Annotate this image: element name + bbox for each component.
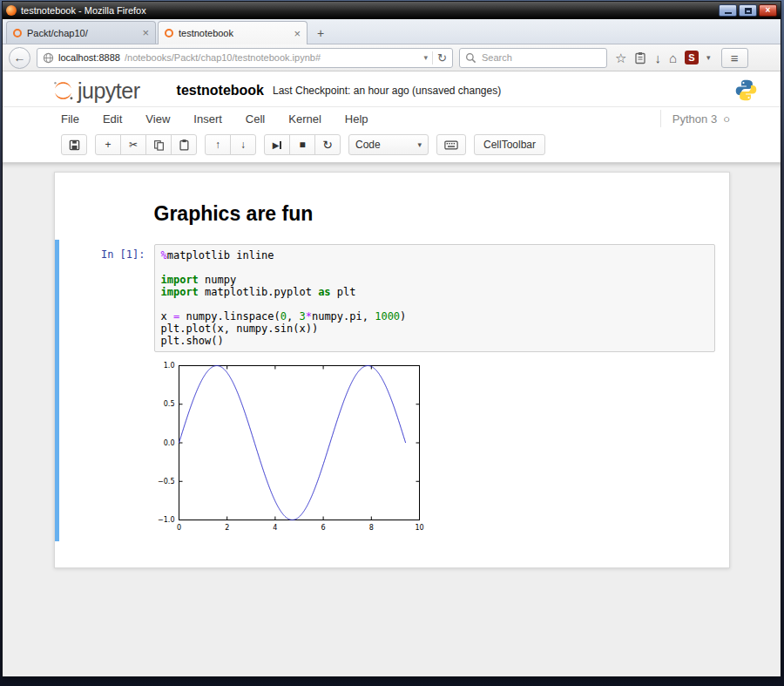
svg-text:−1.0: −1.0	[158, 516, 174, 524]
globe-icon	[43, 52, 54, 64]
home-icon[interactable]: ⌂	[669, 51, 677, 65]
code-editor[interactable]: %matplotlib inline import numpyimport ma…	[154, 244, 715, 352]
output-area: 02468101.00.50.0−0.5−1.0	[154, 360, 715, 536]
url-path: /notebooks/Packt/chap10/testnotebook.ipy…	[125, 52, 420, 63]
firefox-window: testnotebook - Mozilla Firefox × Packt/c…	[3, 2, 781, 676]
tab-close-icon[interactable]: ×	[294, 28, 301, 39]
tab-close-icon[interactable]: ×	[142, 27, 149, 38]
interrupt-kernel-button[interactable]: ■	[289, 134, 315, 155]
hamburger-menu-button[interactable]: ≡	[721, 48, 748, 68]
stop-icon: ■	[299, 139, 305, 151]
jupyter-logo-text: jupyter	[78, 80, 140, 102]
cut-cell-button[interactable]: ✂	[120, 134, 146, 155]
notebook-title[interactable]: testnotebook	[177, 83, 264, 98]
minimize-icon	[725, 12, 732, 14]
keyboard-icon	[444, 140, 458, 150]
menu-cell[interactable]: Cell	[246, 112, 265, 126]
svg-text:10: 10	[415, 524, 423, 532]
window-title: testnotebook - Mozilla Firefox	[21, 5, 146, 16]
jupyter-favicon-icon	[13, 29, 22, 37]
svg-text:2: 2	[225, 524, 229, 532]
cell-type-select[interactable]: Code ▾	[348, 134, 429, 155]
notebook-toolbar: + ✂ ↑ ↓	[3, 130, 781, 162]
run-cell-button[interactable]: ▶	[264, 134, 290, 155]
svg-text:−0.5: −0.5	[158, 478, 174, 486]
menu-edit[interactable]: Edit	[103, 112, 122, 126]
minimize-button[interactable]	[719, 4, 737, 17]
checkpoint-status: Last Checkpoint: an hour ago (unsaved ch…	[273, 85, 501, 97]
menu-kernel[interactable]: Kernel	[288, 112, 321, 126]
toolbar-icons: ☆ ↓ ⌂ S ▾ ≡	[615, 48, 748, 68]
cell-input-row: In [1]: %matplotlib inline import numpyi…	[55, 244, 715, 352]
url-host: localhost:8888	[58, 52, 120, 63]
url-dropdown-icon[interactable]: ▾	[424, 53, 429, 62]
output-prompt	[55, 360, 154, 536]
save-icon	[69, 139, 80, 151]
menu-view[interactable]: View	[145, 112, 170, 126]
svg-text:6: 6	[321, 524, 325, 532]
menu-help[interactable]: Help	[345, 112, 368, 126]
run-icon: ▶	[273, 140, 280, 150]
extension-caret-icon[interactable]: ▾	[706, 53, 711, 62]
svg-text:0.5: 0.5	[163, 400, 174, 408]
close-button[interactable]: ×	[759, 4, 777, 17]
arrow-up-icon: ↑	[215, 139, 220, 151]
refresh-icon: ↻	[322, 138, 333, 152]
divider	[432, 51, 433, 65]
tab-strip: Packt/chap10/ × testnotebook × +	[3, 19, 781, 44]
page-content: jupyter testnotebook Last Checkpoint: an…	[3, 71, 781, 676]
back-button[interactable]: ←	[9, 47, 30, 69]
bookmarks-clipboard-icon[interactable]	[634, 51, 646, 65]
jupyter-logo[interactable]: jupyter	[52, 79, 140, 102]
add-cell-button[interactable]: +	[95, 134, 121, 155]
plus-icon: +	[105, 139, 111, 151]
svg-text:4: 4	[273, 524, 277, 532]
arrow-down-icon: ↓	[240, 139, 246, 151]
celltoolbar-button[interactable]: CellToolbar	[474, 134, 545, 155]
menu-file[interactable]: File	[61, 112, 79, 126]
save-button[interactable]	[61, 134, 87, 155]
tab-title: testnotebook	[179, 28, 288, 38]
jupyter-header: jupyter testnotebook Last Checkpoint: an…	[3, 71, 781, 106]
celltoolbar-label: CellToolbar	[483, 139, 536, 151]
cell-output-row: 02468101.00.50.0−0.5−1.0	[55, 360, 715, 536]
bookmark-star-icon[interactable]: ☆	[615, 51, 626, 65]
output-plot: 02468101.00.50.0−0.5−1.0	[154, 360, 426, 536]
tab-testnotebook-active[interactable]: testnotebook ×	[158, 21, 308, 44]
tab-title: Packt/chap10/	[27, 28, 137, 38]
copy-cell-button[interactable]	[145, 134, 172, 155]
kernel-name: Python 3	[672, 112, 717, 126]
command-palette-button[interactable]	[436, 134, 466, 155]
downloads-icon[interactable]: ↓	[654, 51, 661, 65]
search-bar[interactable]: Search	[459, 48, 607, 68]
firefox-icon	[6, 5, 17, 16]
run-bar-icon	[280, 141, 281, 149]
url-bar[interactable]: localhost:8888/notebooks/Packt/chap10/te…	[37, 48, 453, 68]
scissors-icon: ✂	[129, 139, 138, 151]
back-arrow-icon: ←	[14, 51, 26, 65]
search-placeholder: Search	[482, 52, 512, 63]
restart-kernel-button[interactable]: ↻	[314, 134, 341, 155]
cell-type-value: Code	[355, 139, 381, 151]
copy-icon	[153, 139, 165, 151]
paste-cell-button[interactable]	[171, 134, 197, 155]
python-logo-icon	[734, 78, 758, 102]
paste-icon	[179, 139, 190, 151]
markdown-cell[interactable]: Graphics are fun	[55, 202, 729, 226]
close-icon: ×	[766, 6, 771, 15]
menu-insert[interactable]: Insert	[193, 112, 222, 126]
code-cell-selected[interactable]: In [1]: %matplotlib inline import numpyi…	[55, 240, 729, 541]
move-cell-up-button[interactable]: ↑	[205, 134, 231, 155]
jupyter-planet-icon	[52, 79, 74, 102]
kernel-idle-icon: ○	[723, 112, 730, 126]
move-cell-down-button[interactable]: ↓	[230, 134, 256, 155]
jupyter-favicon-icon	[165, 29, 173, 37]
reload-icon[interactable]: ↻	[437, 51, 447, 65]
new-tab-button[interactable]: +	[309, 24, 332, 42]
maximize-button[interactable]	[739, 4, 757, 17]
svg-text:0: 0	[176, 524, 180, 532]
search-icon	[465, 52, 476, 64]
tab-packt-chap10[interactable]: Packt/chap10/ ×	[6, 21, 156, 44]
notebook-area: Graphics are fun In [1]: %matplotlib inl…	[3, 162, 781, 676]
s-extension-badge[interactable]: S	[685, 51, 699, 65]
